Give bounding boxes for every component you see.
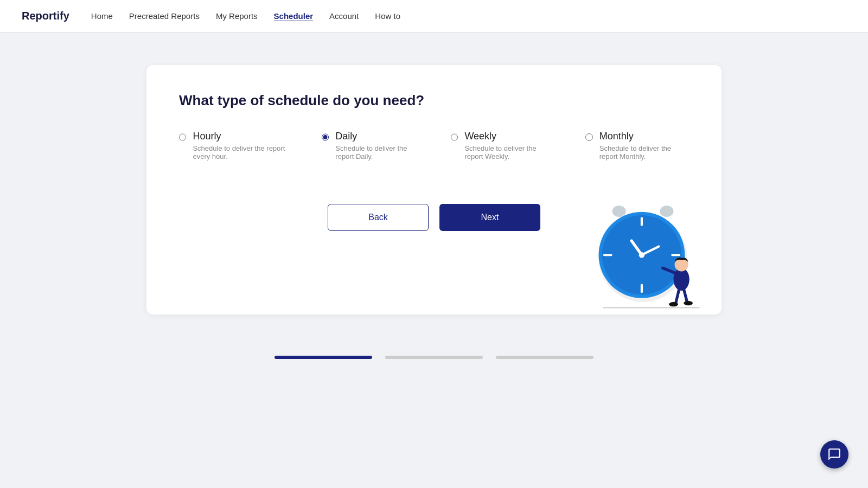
option-weekly-label: Weekly [464, 131, 553, 142]
schedule-card: What type of schedule do you need? Hourl… [146, 65, 722, 314]
svg-point-17 [669, 302, 678, 306]
option-hourly[interactable]: Hourly Schedule to deliver the report ev… [179, 131, 289, 160]
option-hourly-text: Hourly Schedule to deliver the report ev… [193, 131, 289, 160]
schedule-options: Hourly Schedule to deliver the report ev… [179, 131, 689, 160]
nav-my-reports[interactable]: My Reports [216, 11, 258, 21]
option-daily[interactable]: Daily Schedule to deliver the report Dai… [322, 131, 418, 160]
card-title: What type of schedule do you need? [179, 92, 689, 109]
nav-how-to[interactable]: How to [375, 11, 400, 21]
radio-hourly[interactable] [179, 132, 186, 142]
next-button[interactable]: Next [439, 204, 540, 231]
progress-step-3 [496, 356, 593, 359]
svg-point-11 [639, 252, 644, 258]
svg-point-18 [684, 301, 693, 305]
radio-daily[interactable] [322, 132, 329, 142]
logo: Reportify [22, 10, 69, 22]
progress-step-2 [385, 356, 483, 359]
option-daily-text: Daily Schedule to deliver the report Dai… [335, 131, 418, 160]
svg-line-15 [676, 289, 679, 303]
option-hourly-label: Hourly [193, 131, 289, 142]
nav: Home Precreated Reports My Reports Sched… [91, 11, 400, 21]
chat-icon [827, 447, 841, 461]
clock-svg [580, 190, 705, 314]
option-daily-desc: Schedule to deliver the report Daily. [335, 144, 418, 160]
option-monthly-desc: Schedule to deliver the report Monthly. [599, 144, 689, 160]
svg-point-1 [660, 206, 673, 217]
radio-weekly[interactable] [451, 132, 458, 142]
option-monthly-text: Monthly Schedule to deliver the report M… [599, 131, 689, 160]
top-bar: Reportify Home Precreated Reports My Rep… [0, 0, 868, 33]
option-monthly[interactable]: Monthly Schedule to deliver the report M… [585, 131, 689, 160]
progress-step-1 [275, 356, 372, 359]
clock-illustration [580, 190, 705, 314]
svg-point-0 [612, 206, 626, 217]
option-daily-label: Daily [335, 131, 418, 142]
option-monthly-label: Monthly [599, 131, 689, 142]
radio-monthly[interactable] [585, 132, 592, 142]
option-weekly[interactable]: Weekly Schedule to deliver the report We… [451, 131, 553, 160]
nav-scheduler[interactable]: Scheduler [274, 11, 314, 21]
svg-line-16 [684, 289, 687, 302]
nav-account[interactable]: Account [329, 11, 359, 21]
main-content: What type of schedule do you need? Hourl… [0, 33, 868, 336]
chat-button[interactable] [820, 440, 848, 468]
option-weekly-desc: Schedule to deliver the report Weekly. [464, 144, 553, 160]
nav-home[interactable]: Home [91, 11, 113, 21]
option-hourly-desc: Schedule to deliver the report every hou… [193, 144, 289, 160]
option-weekly-text: Weekly Schedule to deliver the report We… [464, 131, 553, 160]
back-button[interactable]: Back [328, 204, 429, 231]
nav-precreated-reports[interactable]: Precreated Reports [129, 11, 200, 21]
progress-indicators [0, 356, 868, 359]
